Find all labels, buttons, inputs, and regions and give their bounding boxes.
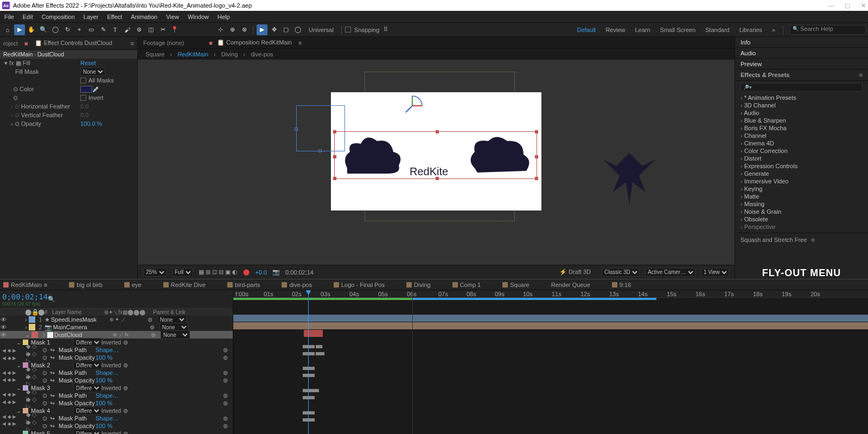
hand-tool[interactable]: ✋ [26, 24, 37, 35]
orbit-tool[interactable]: ◯ [50, 24, 61, 35]
timeline-track-area[interactable]: f:00s01s02s03s04s05s06s07s08s09s10s11s12… [233, 290, 868, 434]
rect-tool[interactable]: ▭ [86, 24, 97, 35]
mask-prop-row[interactable]: ◆ ◇ ▷⊙↬Mask Opacity100 %⊚ [0, 354, 233, 361]
mask-prop-row[interactable]: ◆ ◇ ▷⊙↬Mask Opacity100 %⊚ [0, 399, 233, 407]
footer-timecode[interactable]: 0;00;02;14 [285, 269, 314, 276]
minimize-icon[interactable]: — [828, 2, 834, 9]
effects-search-input[interactable]: 🔎▾ [741, 83, 863, 92]
kf-strip[interactable] [316, 345, 322, 348]
zoom-dropdown[interactable]: 25% [143, 268, 167, 277]
timecode[interactable]: 0;00;02;14 [2, 292, 48, 301]
mask-row[interactable]: ⌄Mask 5Differen…Inverted⊚ [0, 430, 233, 434]
color-label[interactable]: ⊙ Color [4, 86, 80, 93]
layer-maincamera[interactable]: 👁›2📷MainCamera⊚None [0, 323, 233, 331]
cat-obsolete[interactable]: Obsolete [735, 215, 868, 223]
tl-tab-birdparts[interactable]: bird-parts [227, 282, 260, 288]
fx-reset[interactable]: Reset [80, 60, 96, 66]
pen-tool[interactable]: ✎ [98, 24, 108, 35]
preview-panel-header[interactable]: Preview [735, 59, 868, 69]
eraser-tool[interactable]: ◫ [145, 24, 156, 35]
menu-view[interactable]: View [166, 14, 179, 20]
effect-controls-tab[interactable]: 📋 Effect Controls DustCloud [35, 40, 112, 47]
opacity-value[interactable]: 100.0 % [80, 120, 102, 127]
menu-edit[interactable]: Edit [23, 14, 33, 20]
search-help-input[interactable]: Search Help [790, 25, 866, 35]
zoom-tool[interactable]: 🔍 [38, 24, 49, 35]
tl-tab-square[interactable]: Square [502, 282, 529, 288]
mask-mode-dd[interactable]: Differen… [73, 406, 101, 415]
rotate-tool[interactable]: ↻ [62, 24, 73, 35]
menu-composition[interactable]: Composition [42, 14, 75, 20]
kf-nav-col[interactable]: ◀ ◆ ▶◀ ◆ ▶◀ ◆ ▶◀ ◆ ▶◀ ◆ ▶◀ ◆ ▶◀ ◆ ▶◀ ◆ ▶ [2, 347, 16, 428]
eyedropper-icon[interactable]: 💉 [92, 86, 100, 93]
menu-layer[interactable]: Layer [84, 14, 99, 20]
type-tool[interactable]: T [110, 24, 120, 35]
ws-learn[interactable]: Learn [630, 27, 654, 33]
ucs-tool[interactable]: ⌖ [74, 24, 85, 35]
selection-bbox[interactable] [334, 131, 537, 179]
snapshot-icon[interactable]: 📷 [272, 269, 280, 276]
resolution-dropdown[interactable]: Full [172, 268, 193, 277]
axis-world-icon[interactable]: ⊕ [227, 24, 238, 35]
all-masks-checkbox[interactable] [80, 78, 86, 84]
kf-strip[interactable] [303, 389, 319, 392]
close-icon[interactable]: ✕ [861, 2, 866, 9]
home-tool[interactable]: ⌂ [2, 24, 13, 35]
tl-tab-diving[interactable]: Diving [406, 282, 431, 288]
fill-mask-dropdown[interactable]: None [80, 67, 105, 76]
cat-keying[interactable]: Keying [735, 185, 868, 193]
snapping-checkbox[interactable] [345, 27, 351, 33]
ws-default[interactable]: Default [573, 27, 601, 33]
play-icon[interactable]: ▶ [257, 24, 267, 35]
maximize-icon[interactable]: ▢ [845, 2, 850, 9]
axis-view-icon[interactable]: ⊗ [239, 24, 250, 35]
3d-gizmo-icon[interactable] [401, 95, 423, 117]
cat-boris-fx[interactable]: Boris FX Mocha [735, 124, 868, 132]
mask-prop-row[interactable]: ◆ ◇ ▷⊙↬Mask Opacity100 %⊚ [0, 376, 233, 384]
cat-3d-channel[interactable]: 3D Channel [735, 101, 868, 109]
kf-strip[interactable] [303, 411, 315, 414]
cat-generate[interactable]: Generate [735, 170, 868, 177]
cat-missing[interactable]: Missing [735, 200, 868, 208]
kf-strip[interactable] [316, 352, 324, 355]
kf-strip[interactable] [303, 367, 315, 370]
3d-box-tool[interactable]: ▢ [280, 24, 291, 35]
tl-tab-eye[interactable]: eye [124, 282, 142, 288]
bar-maincamera[interactable] [233, 322, 868, 329]
exposure-value[interactable]: +0.0 [255, 269, 267, 276]
ws-libraries[interactable]: Libraries [735, 27, 767, 33]
bar-dustcloud[interactable] [304, 330, 323, 337]
kf-strip[interactable] [303, 418, 315, 422]
ws-smallscreen[interactable]: Small Screen [656, 27, 700, 33]
brush-tool[interactable]: 🖌 [122, 24, 132, 35]
cat-color-correction[interactable]: Color Correction [735, 147, 868, 155]
tl-tab-logofinal[interactable]: Logo - Final Pos [334, 282, 385, 288]
camera-dropdown[interactable]: Active Camer… [645, 268, 695, 277]
parent-dd-3[interactable]: None [161, 330, 190, 339]
footage-tab[interactable]: Footage (none) [143, 40, 184, 46]
menu-file[interactable]: File [4, 14, 14, 20]
mask-mode-dd[interactable]: Differen… [73, 361, 101, 369]
cat-expression-controls[interactable]: Expression Controls [735, 162, 868, 170]
time-ruler[interactable]: f:00s01s02s03s04s05s06s07s08s09s10s11s12… [233, 290, 868, 298]
kf-strip[interactable] [303, 374, 315, 377]
roto-tool[interactable]: ✂ [157, 24, 168, 35]
puppet-tool[interactable]: 📍 [169, 24, 180, 35]
cat-cinema4d[interactable]: Cinema 4D [735, 139, 868, 147]
cat-matte[interactable]: Matte [735, 193, 868, 200]
layer-dustcloud[interactable]: 👁⌄3DustCloud⊛ ／ fx⊚None [0, 331, 233, 339]
axis-local-icon[interactable]: ⊹ [215, 24, 226, 35]
effects-presets-header[interactable]: Effects & Presets≡ [735, 69, 868, 80]
ws-review[interactable]: Review [601, 27, 629, 33]
mask-prop-row[interactable]: ◆ ◇ ▷⊙↬Mask Opacity100 %⊚ [0, 422, 233, 430]
cat-perspective[interactable]: Perspective [735, 223, 868, 231]
snap-opts-icon[interactable]: ⠿ [380, 24, 391, 35]
menu-help[interactable]: Help [218, 14, 230, 20]
bc-diving[interactable]: Diving [221, 51, 238, 58]
ws-more-icon[interactable]: » [768, 27, 780, 33]
tl-tab-916[interactable]: 9:16 [612, 282, 631, 288]
kf-strip[interactable] [303, 396, 315, 399]
squash-stretch-item[interactable]: Squash and Stretch Free ≡ [735, 233, 868, 246]
bc-redkitmain[interactable]: RedKitMain [177, 51, 208, 58]
selection-tool[interactable]: ▶ [14, 24, 25, 35]
